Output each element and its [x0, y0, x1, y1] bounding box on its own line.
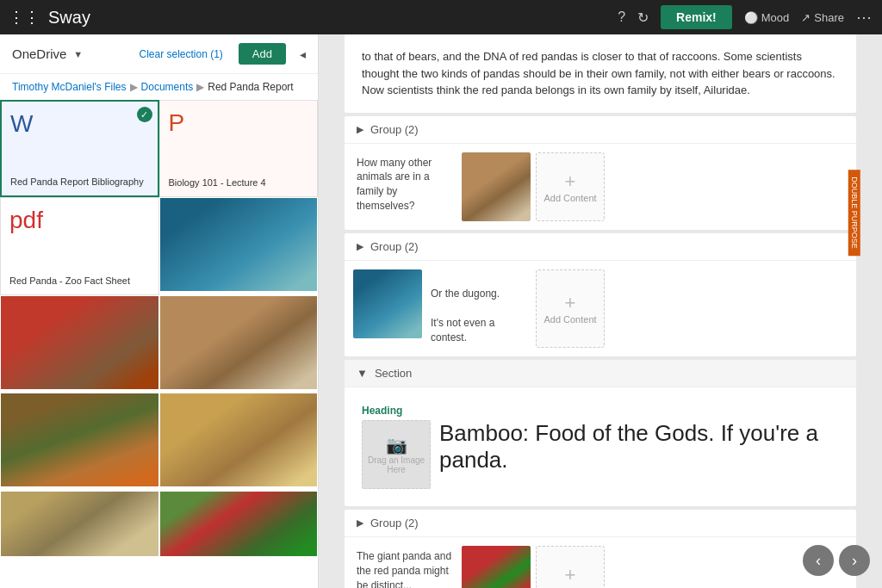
nav-prev-button[interactable]: ‹: [803, 545, 834, 576]
group-1-plus-icon: +: [565, 170, 576, 193]
group-2-header[interactable]: ▶ Group (2): [345, 233, 856, 261]
file-name-bibliography: Red Panda Report Bibliography: [10, 176, 144, 187]
share-icon: ↗: [801, 11, 811, 24]
file-item-leopard[interactable]: [0, 491, 159, 585]
breadcrumb-current: Red Panda Report: [208, 81, 293, 93]
ppt-icon: P: [169, 109, 185, 137]
group-2-text-card: Or the dugong. It's not even a contest.: [427, 269, 531, 349]
group-block-2: ▶ Group (2) Or the dugong. It's not even…: [345, 233, 856, 357]
breadcrumb-part1[interactable]: Timothy McDaniel's Files: [12, 81, 127, 93]
file-grid: ✓ W Red Panda Report Bibliography P Biol…: [0, 100, 318, 588]
group-1-text-card: How many other animals are in a family b…: [353, 152, 457, 221]
section-inner: Heading 📷 Drag an Image Here Bamboo: Foo…: [345, 387, 856, 506]
group-3-text: The giant panda and the red panda might …: [357, 550, 451, 588]
drag-image-placeholder[interactable]: 📷 Drag an Image Here: [362, 420, 431, 489]
group-3-content: The giant panda and the red panda might …: [345, 537, 856, 588]
group-1-header[interactable]: ▶ Group (2): [345, 116, 856, 144]
file-name-zoofact: Red Panda - Zoo Fact Sheet: [9, 275, 130, 286]
breadcrumb-part2[interactable]: Documents: [141, 81, 194, 93]
group-1-add-content[interactable]: + Add Content: [536, 152, 605, 221]
right-panel: DOUBLE PURPOSE to that of bears, and the…: [319, 34, 882, 588]
group-2-text: Or the dugong. It's not even a contest.: [431, 288, 500, 343]
topbar-actions: ? ↻ Remix! ⚪ Mood ↗ Share ⋯: [618, 5, 873, 29]
group-1-text: How many other animals are in a family b…: [357, 157, 432, 212]
group-2-label: Group (2): [370, 240, 419, 253]
group-3-text-card: The giant panda and the red panda might …: [353, 546, 457, 588]
heading-text: Bamboo: Food of the Gods. If you're a pa…: [439, 420, 839, 473]
group-1-label: Group (2): [370, 123, 419, 136]
group-3-label: Group (2): [370, 517, 419, 529]
file-name-biology: Biology 101 - Lecture 4: [169, 177, 266, 188]
image-icon: 📷: [386, 435, 407, 455]
heading-label: Heading: [362, 405, 402, 417]
undo-icon[interactable]: ↻: [637, 9, 649, 26]
section-label: Section: [375, 367, 412, 380]
moon-icon: ⚪: [744, 11, 758, 24]
content-area: to that of bears, and the DNA of red pan…: [319, 34, 882, 588]
file-item-aardvark[interactable]: [159, 295, 319, 390]
onedrive-header: OneDrive ▼ Clear selection (1) Add ◂: [0, 34, 318, 74]
group-3-add-content[interactable]: + Add Content: [536, 546, 605, 588]
group-1-content: How many other animals are in a family b…: [345, 144, 856, 230]
group-3-header[interactable]: ▶ Group (2): [345, 510, 856, 537]
group-1-arrow: ▶: [357, 124, 363, 135]
purpose-badge: DOUBLE PURPOSE: [848, 170, 860, 256]
word-icon: W: [10, 110, 33, 138]
group-2-add-content[interactable]: + Add Content: [536, 269, 605, 349]
grid-icon[interactable]: ⋮⋮: [9, 8, 40, 27]
left-panel: OneDrive ▼ Clear selection (1) Add ◂ Tim…: [0, 34, 319, 588]
main-layout: OneDrive ▼ Clear selection (1) Add ◂ Tim…: [0, 34, 882, 588]
group-block-1: ▶ Group (2) How many other animals are i…: [345, 116, 856, 230]
share-button[interactable]: ↗ Share: [801, 11, 844, 24]
help-icon[interactable]: ?: [618, 9, 625, 25]
group-2-content: Or the dugong. It's not even a contest. …: [345, 261, 856, 357]
group-2-arrow: ▶: [357, 241, 363, 252]
topbar: ⋮⋮ Sway ? ↻ Remix! ⚪ Mood ↗ Share ⋯: [0, 0, 882, 34]
intro-text-block: to that of bears, and the DNA of red pan…: [345, 34, 856, 113]
section-block: ▼ Section Heading 📷 Drag an Image Here B…: [345, 360, 856, 506]
breadcrumb-sep2: ▶: [196, 81, 204, 93]
nav-arrows: ‹ ›: [803, 545, 870, 576]
nav-next-button[interactable]: ›: [839, 545, 870, 576]
breadcrumb: Timothy McDaniel's Files ▶ Documents ▶ R…: [0, 74, 318, 100]
file-item-bibliography[interactable]: ✓ W Red Panda Report Bibliography: [0, 100, 159, 197]
remix-button[interactable]: Remix!: [661, 5, 732, 29]
file-item-redpanda[interactable]: [0, 295, 159, 390]
group-1-image: [462, 152, 531, 221]
group-3-arrow: ▶: [357, 517, 363, 529]
group-2-image: [353, 269, 422, 338]
file-item-manatee[interactable]: [159, 197, 319, 292]
breadcrumb-sep1: ▶: [130, 81, 138, 93]
drag-image-label: Drag an Image Here: [363, 455, 430, 474]
file-item-deforestation[interactable]: [0, 393, 159, 487]
onedrive-caret[interactable]: ▼: [73, 49, 83, 59]
onedrive-title: OneDrive: [12, 46, 66, 61]
add-button[interactable]: Add: [239, 43, 286, 65]
file-item-zoofact[interactable]: pdf Red Panda - Zoo Fact Sheet: [0, 197, 159, 294]
section-collapse-arrow: ▼: [357, 367, 368, 380]
more-icon[interactable]: ⋯: [856, 8, 873, 27]
group-3-image: [462, 546, 531, 588]
app-logo: Sway: [48, 8, 618, 28]
file-item-biology[interactable]: P Biology 101 - Lecture 4: [159, 100, 319, 197]
collapse-panel-arrow[interactable]: ◂: [300, 47, 306, 61]
group-3-plus-icon: +: [565, 564, 576, 586]
section-header[interactable]: ▼ Section: [345, 360, 856, 387]
file-item-panda-bamboo[interactable]: [159, 491, 319, 585]
file-item-aardvark2[interactable]: [159, 393, 319, 487]
pdf-icon: pdf: [9, 207, 43, 234]
intro-text: to that of bears, and the DNA of red pan…: [362, 50, 835, 96]
clear-selection[interactable]: Clear selection (1): [139, 48, 222, 60]
selected-check: ✓: [137, 107, 152, 122]
mood-button[interactable]: ⚪ Mood: [744, 11, 790, 24]
heading-card: Heading 📷 Drag an Image Here Bamboo: Foo…: [353, 396, 848, 498]
group-block-3: ▶ Group (2) The giant panda and the red …: [345, 510, 856, 588]
group-2-plus-icon: +: [565, 292, 576, 314]
